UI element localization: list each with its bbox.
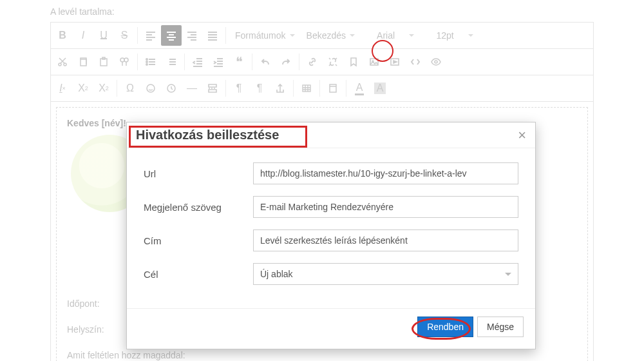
bold-button[interactable]: B	[52, 25, 73, 46]
underline-button[interactable]: U	[93, 25, 114, 46]
align-right-button[interactable]	[182, 25, 202, 46]
svg-rect-2	[80, 59, 86, 66]
font-dropdown[interactable]: Arial	[360, 25, 419, 46]
separator	[225, 27, 226, 44]
toolbar-row-3: I× X2 X2 Ω — ¶ ¶ A A	[51, 75, 593, 102]
svg-point-13	[435, 61, 437, 63]
datetime-button[interactable]	[161, 78, 182, 99]
superscript-button[interactable]: X2	[93, 78, 114, 99]
cut-button[interactable]	[52, 52, 73, 72]
svg-rect-10	[370, 59, 378, 65]
strikethrough-button[interactable]: S	[114, 25, 135, 46]
number-list-button[interactable]	[161, 52, 182, 72]
separator	[225, 80, 226, 97]
rtl-button[interactable]: ¶	[249, 78, 270, 99]
separator	[346, 80, 346, 97]
svg-point-1	[64, 63, 66, 66]
separator	[137, 27, 138, 44]
redo-button[interactable]	[276, 52, 296, 72]
find-button[interactable]	[114, 52, 135, 72]
indent-button[interactable]	[208, 52, 229, 72]
svg-point-9	[146, 64, 147, 65]
panel-label: A levél tartalma:	[0, 0, 644, 22]
dialog-title: Hivatkozás beillesztése	[136, 128, 279, 142]
svg-point-7	[146, 59, 147, 60]
dialog-footer: Rendben Mégse	[127, 308, 535, 349]
meta-bring: Amit feltétlen hozz magaddal:	[67, 350, 577, 360]
fontsize-dropdown[interactable]: 12pt	[419, 25, 478, 46]
formats-dropdown[interactable]: Formátumok	[229, 25, 300, 46]
close-icon[interactable]: ×	[518, 128, 526, 142]
cancel-button[interactable]: Mégse	[477, 317, 524, 337]
paste-button[interactable]	[93, 52, 114, 72]
dialog-body: Url Megjelenő szöveg Cím Cél Új ablak	[127, 148, 535, 308]
separator	[252, 54, 252, 70]
undo-button[interactable]	[255, 52, 276, 72]
template-button[interactable]	[323, 78, 343, 99]
svg-point-6	[124, 58, 128, 62]
separator	[293, 80, 294, 97]
blockquote-button[interactable]: ❝	[229, 52, 249, 72]
align-left-button[interactable]	[140, 25, 161, 46]
align-justify-button[interactable]	[202, 25, 223, 46]
outdent-button[interactable]	[187, 52, 208, 72]
code-button[interactable]	[405, 52, 426, 72]
pagebreak-button[interactable]	[202, 78, 223, 99]
bg-color-button[interactable]: A	[370, 78, 390, 99]
subscript-button[interactable]: X2	[73, 78, 93, 99]
url-input[interactable]	[253, 162, 518, 184]
anchor-button[interactable]	[270, 78, 290, 99]
hr-button[interactable]: —	[182, 78, 202, 99]
separator	[117, 80, 117, 97]
bookmark-button[interactable]	[343, 52, 364, 72]
toolbar-row-1: B I U S Formátumok Bekezdés Arial 12pt	[51, 23, 593, 49]
svg-point-14	[147, 84, 155, 92]
image-button[interactable]	[364, 52, 384, 72]
svg-point-5	[120, 58, 124, 62]
unlink-button[interactable]	[323, 52, 343, 72]
text-color-button[interactable]: A	[349, 78, 370, 99]
svg-point-0	[59, 63, 61, 66]
url-label: Url	[144, 168, 253, 179]
title-label: Cím	[144, 235, 253, 246]
special-char-button[interactable]: Ω	[120, 78, 140, 99]
title-input[interactable]	[253, 229, 518, 251]
paragraph-dropdown[interactable]: Bekezdés	[300, 25, 360, 46]
media-button[interactable]	[384, 52, 405, 72]
emoji-button[interactable]	[140, 78, 161, 99]
preview-button[interactable]	[426, 52, 446, 72]
target-label: Cél	[144, 269, 253, 280]
ltr-button[interactable]: ¶	[229, 78, 249, 99]
toolbar-row-2: ❝	[51, 49, 593, 75]
copy-button[interactable]	[73, 52, 93, 72]
separator	[184, 54, 185, 70]
align-center-button[interactable]	[161, 25, 182, 46]
clear-format-button[interactable]: I×	[52, 78, 73, 99]
separator	[319, 80, 320, 97]
bullet-list-button[interactable]	[140, 52, 161, 72]
display-text-label: Megjelenő szöveg	[144, 202, 253, 213]
svg-rect-16	[303, 85, 310, 92]
svg-rect-17	[330, 84, 336, 92]
target-select[interactable]: Új ablak	[253, 263, 518, 285]
insert-link-dialog: Hivatkozás beillesztése × Url Megjelenő …	[126, 122, 536, 349]
display-text-input[interactable]	[253, 196, 518, 218]
highlight-ok-button	[412, 318, 471, 340]
dialog-header: Hivatkozás beillesztése ×	[127, 122, 535, 148]
italic-button[interactable]: I	[73, 25, 93, 46]
table-button[interactable]	[296, 78, 317, 99]
svg-point-8	[146, 61, 147, 63]
separator	[137, 54, 138, 70]
separator	[299, 54, 299, 70]
link-button[interactable]	[302, 52, 323, 72]
